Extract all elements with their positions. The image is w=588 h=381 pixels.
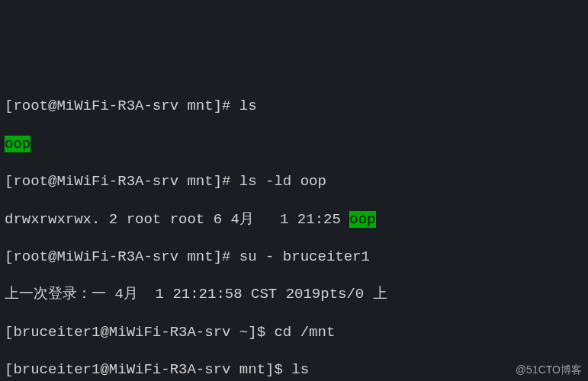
terminal-line: [root@MiWiFi-R3A-srv mnt]# ls -ld oop [5,172,583,191]
shell-prompt: [bruceiter1@MiWiFi-R3A-srv mnt]$ [5,361,291,378]
terminal-line: oop [5,135,583,154]
terminal-line: [root@MiWiFi-R3A-srv mnt]# ls [5,97,583,116]
shell-command: ls [239,98,257,114]
shell-command: ls -ld oop [239,173,326,190]
shell-prompt: [root@MiWiFi-R3A-srv mnt]# [5,248,239,265]
terminal-output: [root@MiWiFi-R3A-srv mnt]# ls oop [root@… [5,78,583,381]
shell-prompt: [root@MiWiFi-R3A-srv mnt]# [5,98,239,114]
dir-name-highlighted: oop [5,136,31,152]
shell-command: ls [291,361,309,378]
dir-name-highlighted: oop [349,211,375,228]
shell-command: cd /mnt [274,324,335,341]
ls-long-output: drwxrwxrwx. 2 root root 6 4月 1 21:25 [5,211,349,228]
terminal-line: 上一次登录：一 4月 1 21:21:58 CST 2019pts/0 上 [5,285,583,304]
terminal-line: [bruceiter1@MiWiFi-R3A-srv mnt]$ ls [5,360,583,379]
shell-prompt: [root@MiWiFi-R3A-srv mnt]# [5,173,239,190]
shell-prompt: [bruceiter1@MiWiFi-R3A-srv ~]$ [5,324,274,341]
last-login-message: 上一次登录：一 4月 1 21:21:58 CST 2019pts/0 上 [5,286,387,303]
terminal-line: drwxrwxrwx. 2 root root 6 4月 1 21:25 oop [5,210,583,229]
terminal-line: [root@MiWiFi-R3A-srv mnt]# su - bruceite… [5,248,583,267]
watermark: @51CTO博客 [516,363,582,376]
shell-command: su - bruceiter1 [239,248,370,265]
terminal-line: [bruceiter1@MiWiFi-R3A-srv ~]$ cd /mnt [5,323,583,342]
